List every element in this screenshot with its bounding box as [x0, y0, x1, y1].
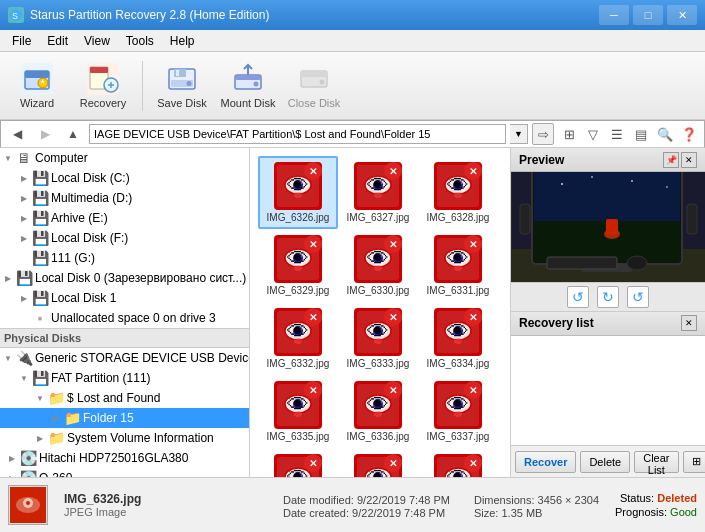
back-button[interactable]: ◀	[5, 123, 29, 145]
file-item-img6327[interactable]: ✕ IMG_6327.jpg	[338, 156, 418, 229]
svg-rect-130	[534, 172, 680, 221]
file-item-img6329[interactable]: ✕ IMG_6329.jpg	[258, 229, 338, 302]
tree-111-g[interactable]: 💾 111 (G:)	[0, 248, 249, 268]
recovery-list-header: Recovery list ✕	[511, 312, 705, 336]
tree-fat-partition[interactable]: ▼ 💾 FAT Partition (111)	[0, 368, 249, 388]
tree-computer[interactable]: ▼ 🖥 Computer	[0, 148, 249, 168]
delete-button[interactable]: Delete	[580, 451, 630, 473]
minimize-button[interactable]: ─	[599, 5, 629, 25]
refresh-btn-3[interactable]: ↺	[627, 286, 649, 308]
view-details-button[interactable]: ▤	[630, 123, 652, 145]
mount-disk-button[interactable]: Mount Disk	[219, 58, 277, 114]
recovery-label: Recovery	[80, 97, 126, 109]
svg-point-62	[285, 322, 311, 340]
menu-bar: File Edit View Tools Help	[0, 30, 705, 52]
close-disk-icon	[298, 63, 330, 95]
file-name: IMG_6334.jpg	[427, 358, 490, 369]
tree-multimedia-d[interactable]: ▶ 💾 Multimedia (D:)	[0, 188, 249, 208]
file-item-img6337[interactable]: ✕ IMG_6337.jpg	[418, 375, 498, 448]
window-controls[interactable]: ─ □ ✕	[599, 5, 697, 25]
file-item-img6328[interactable]: ✕ IMG_6328.jpg	[418, 156, 498, 229]
file-item-img6326[interactable]: ✕ IMG_6326.jpg	[258, 156, 338, 229]
recovery-list-title: Recovery list	[519, 316, 594, 330]
address-go-button[interactable]: ⇨	[532, 123, 554, 145]
recovery-button[interactable]: Recovery	[74, 58, 132, 114]
tree-q360[interactable]: ▶ 💽 Q-360	[0, 468, 249, 477]
file-item-img6336[interactable]: ✕ IMG_6336.jpg	[338, 375, 418, 448]
help-button[interactable]: ❓	[678, 123, 700, 145]
filter-button[interactable]: ▽	[582, 123, 604, 145]
svg-rect-141	[687, 204, 697, 234]
view-grid-button[interactable]: ⊞	[558, 123, 580, 145]
wizard-label: Wizard	[20, 97, 54, 109]
close-disk-button[interactable]: Close Disk	[285, 58, 343, 114]
close-button[interactable]: ✕	[667, 5, 697, 25]
clear-list-button[interactable]: Clear List	[634, 451, 678, 473]
wizard-button[interactable]: Wizard	[8, 58, 66, 114]
maximize-button[interactable]: □	[633, 5, 663, 25]
svg-point-45	[299, 255, 302, 258]
menu-view[interactable]: View	[76, 32, 118, 50]
svg-rect-10	[176, 70, 179, 76]
refresh-btn-1[interactable]: ↺	[567, 286, 589, 308]
svg-point-81	[454, 338, 462, 344]
preview-close-button[interactable]: ✕	[681, 152, 697, 168]
expander-111-g	[16, 248, 32, 268]
file-item-img6330[interactable]: ✕ IMG_6330.jpg	[338, 229, 418, 302]
address-dropdown[interactable]: ▼	[510, 124, 528, 144]
svg-point-113	[373, 472, 383, 477]
file-item-img6338[interactable]: ✕ IMG_6338.jpg	[258, 448, 338, 477]
tree-folder-15[interactable]: ▶ 📁 Folder 15	[0, 408, 249, 428]
file-item-img6335[interactable]: ✕ IMG_6335.jpg	[258, 375, 338, 448]
menu-file[interactable]: File	[4, 32, 39, 50]
tree-local-f[interactable]: ▶ 💾 Local Disk (F:)	[0, 228, 249, 248]
file-item-img6334[interactable]: ✕ IMG_6334.jpg	[418, 302, 498, 375]
file-item-img6339[interactable]: ✕ IMG_6339.jpg	[338, 448, 418, 477]
tree-local-c[interactable]: ▶ 💾 Local Disk (C:)	[0, 168, 249, 188]
preview-header: Preview 📌 ✕	[511, 148, 705, 172]
file-item-img6332[interactable]: ✕ IMG_6332.jpg	[258, 302, 338, 375]
svg-rect-6	[90, 67, 108, 73]
menu-tools[interactable]: Tools	[118, 32, 162, 50]
address-input[interactable]	[89, 124, 506, 144]
svg-point-88	[294, 411, 302, 417]
forward-button[interactable]: ▶	[33, 123, 57, 145]
file-icon: ✕	[354, 162, 402, 210]
svg-rect-3	[25, 71, 49, 78]
file-item-img6331[interactable]: ✕ IMG_6331.jpg	[418, 229, 498, 302]
deleted-marker: ✕	[464, 162, 482, 180]
menu-help[interactable]: Help	[162, 32, 203, 50]
expander-sysvolinfo: ▶	[32, 428, 48, 448]
tree-local-disk1[interactable]: ▶ 💾 Local Disk 1	[0, 288, 249, 308]
tree-lost-found[interactable]: ▼ 📁 $ Lost and Found	[0, 388, 249, 408]
wizard-icon	[21, 63, 53, 95]
tree-hitachi[interactable]: ▶ 💽 Hitachi HDP725016GLA380	[0, 448, 249, 468]
svg-point-95	[374, 411, 382, 417]
file-item-img6333[interactable]: ✕ IMG_6333.jpg	[338, 302, 418, 375]
recover-button[interactable]: Recover	[515, 451, 576, 473]
file-item-img6340[interactable]: ✕ IMG_6340.jpg	[418, 448, 498, 477]
tree-unallocated[interactable]: ▪ Unallocated space 0 on drive 3	[0, 308, 249, 328]
tree-multimedia-label: Multimedia (D:)	[51, 191, 132, 205]
tree-sys-vol-info[interactable]: ▶ 📁 System Volume Information	[0, 428, 249, 448]
tree-hitachi-label: Hitachi HDP725016GLA380	[39, 451, 188, 465]
grid-view-button[interactable]: ⊞	[683, 451, 705, 473]
tree-arhive-e[interactable]: ▶ 💾 Arhive (E:)	[0, 208, 249, 228]
preview-header-buttons[interactable]: 📌 ✕	[663, 152, 697, 168]
save-disk-button[interactable]: Save Disk	[153, 58, 211, 114]
preview-pin-button[interactable]: 📌	[663, 152, 679, 168]
status-created-label: Date created:	[283, 507, 349, 519]
menu-edit[interactable]: Edit	[39, 32, 76, 50]
tree-generic-usb[interactable]: ▼ 🔌 Generic STORAGE DEVICE USB Device	[0, 348, 249, 368]
svg-point-24	[299, 182, 302, 185]
up-button[interactable]: ▲	[61, 123, 85, 145]
view-list-button[interactable]: ☰	[606, 123, 628, 145]
recovery-list-close-button[interactable]: ✕	[681, 315, 697, 331]
file-name: IMG_6333.jpg	[347, 358, 410, 369]
svg-point-102	[454, 411, 462, 417]
search-button[interactable]: 🔍	[654, 123, 676, 145]
tree-disk0-reserved[interactable]: ▶ 💾 Local Disk 0 (Зарезервировано сист..…	[0, 268, 249, 288]
harddisk-disk1-icon: 💾	[32, 290, 48, 306]
refresh-btn-2[interactable]: ↻	[597, 286, 619, 308]
close-disk-label: Close Disk	[288, 97, 341, 109]
